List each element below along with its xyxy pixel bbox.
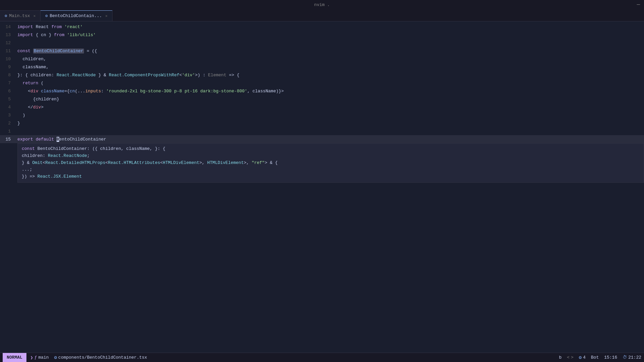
line-num-5: 5 xyxy=(0,97,17,102)
line-num-10: 10 xyxy=(0,57,17,62)
code-content-2: } xyxy=(17,121,644,126)
window-title: nvim . xyxy=(314,2,330,7)
status-right: b < > ⚙ 4 Bot 15:16 ⏱ 21:22 xyxy=(559,355,641,360)
code-content-7: return ( xyxy=(17,81,644,86)
line-num-7: 7 xyxy=(0,81,17,86)
code-line-5: 5 {children} xyxy=(0,95,644,103)
type-popup-line-1: const BentoChildContainer: ({ children, … xyxy=(22,146,640,153)
lsp-count: 4 xyxy=(583,355,586,360)
code-content-11: const BentoChildContainer = ({ xyxy=(17,49,644,54)
line-num-12: 12 xyxy=(0,40,17,46)
close-button[interactable]: — xyxy=(637,2,640,8)
tab-main-close[interactable]: ✕ xyxy=(33,14,36,18)
code-line-12: 12 xyxy=(0,39,644,47)
type-popup-line-2: children: React.ReactNode; xyxy=(22,153,640,160)
code-line-15: 15 export default BentoChildContainer xyxy=(0,135,644,143)
code-content-15: export default BentoChildContainer xyxy=(17,137,644,142)
code-content-5: {children} xyxy=(17,97,644,102)
code-line-6: 6 <div className={cn(...inputs: 'rounded… xyxy=(0,87,644,95)
status-b-label: b xyxy=(559,355,562,360)
code-content-6: <div className={cn(...inputs: 'rounded-2… xyxy=(17,89,644,94)
line-num-11: 11 xyxy=(0,49,17,54)
titlebar: nvim . — xyxy=(0,0,644,9)
clock-icon: ⏱ xyxy=(623,355,627,360)
editor: 14 import React from 'react' 13 import {… xyxy=(0,21,644,353)
code-line-7: 7 return ( xyxy=(0,79,644,87)
code-content-4: </div> xyxy=(17,105,644,110)
line-num-6: 6 xyxy=(0,89,17,94)
time-value: 21:22 xyxy=(628,355,641,360)
bot-label: Bot xyxy=(591,355,599,360)
code-line-13: 13 import { cn } from 'lib/utils' xyxy=(0,31,644,39)
lsp-gear-icon: ⚙ xyxy=(579,355,581,360)
code-content-14: import React from 'react' xyxy=(17,24,644,29)
line-num-2: 2 xyxy=(0,121,17,126)
code-line-11: 11 const BentoChildContainer = ({ xyxy=(0,47,644,55)
tab-main[interactable]: ⚙ Main.tsx ✕ xyxy=(0,10,41,21)
line-num-3: 3 xyxy=(0,113,17,118)
file-path: components/BentoChildContainer.tsx xyxy=(58,355,147,360)
status-mode: NORMAL xyxy=(3,353,26,362)
tab-bento-icon: ⚙ xyxy=(45,13,48,18)
branch-fn-icon: ƒ xyxy=(34,355,37,360)
tab-bento-close[interactable]: ✕ xyxy=(105,14,108,18)
tab-main-icon: ⚙ xyxy=(5,13,7,18)
code-line-1: 1 xyxy=(0,127,644,135)
type-popup-line-5: }) => React.JSX.Element xyxy=(22,173,640,180)
nav-left-icon: < xyxy=(567,355,570,360)
status-nav: < > xyxy=(567,355,574,360)
code-line-3: 3 ) xyxy=(0,111,644,119)
branch-name: main xyxy=(38,355,49,360)
status-lsp: ⚙ 4 xyxy=(579,355,585,360)
line-num-8: 8 xyxy=(0,73,17,78)
code-content-10: children, xyxy=(17,57,644,62)
code-line-14: 14 import React from 'react' xyxy=(0,23,644,31)
tab-bento-label: BentoChildContain... xyxy=(50,13,102,18)
code-line-10: 10 children, xyxy=(0,55,644,63)
type-popup-line-3: } & Omit<React.DetailedHTMLProps<React.H… xyxy=(22,160,640,167)
code-content-8: }: { children: React.ReactNode } & React… xyxy=(17,73,644,78)
type-popup: const BentoChildContainer: ({ children, … xyxy=(17,143,644,183)
code-line-2: 2 } xyxy=(0,119,644,127)
tab-bento[interactable]: ⚙ BentoChildContain... ✕ xyxy=(41,10,112,21)
path-gear-icon: ⚙ xyxy=(54,355,57,360)
code-content-13: import { cn } from 'lib/utils' xyxy=(17,32,644,37)
code-line-9: 9 className, xyxy=(0,63,644,71)
type-popup-line-4: ...; xyxy=(22,166,640,173)
line-num-13: 13 xyxy=(0,32,17,37)
code-line-4: 4 </div> xyxy=(0,103,644,111)
status-path: ⚙ components/BentoChildContainer.tsx xyxy=(52,355,150,360)
status-time: ⏱ 21:22 xyxy=(623,355,641,360)
branch-chevron-icon: ❯ xyxy=(30,355,33,360)
code-area[interactable]: 14 import React from 'react' 13 import {… xyxy=(0,21,644,353)
line-num-15: 15 xyxy=(0,137,17,142)
code-content-3: ) xyxy=(17,113,644,118)
line-num-4: 4 xyxy=(0,105,17,110)
code-content-9: className, xyxy=(17,65,644,70)
line-num-14: 14 xyxy=(0,24,17,29)
line-num-1: 1 xyxy=(0,129,17,134)
nav-right-icon: > xyxy=(571,355,574,360)
line-num-9: 9 xyxy=(0,65,17,70)
cursor-position: 15:16 xyxy=(604,355,617,360)
tab-bar: ⚙ Main.tsx ✕ ⚙ BentoChildContain... ✕ xyxy=(0,9,644,21)
code-line-8: 8 }: { children: React.ReactNode } & Rea… xyxy=(0,71,644,79)
statusbar: NORMAL ❯ ƒ main ⚙ components/BentoChildC… xyxy=(0,353,644,362)
tab-main-label: Main.tsx xyxy=(9,13,30,18)
status-branch: ❯ ƒ main xyxy=(28,355,52,360)
